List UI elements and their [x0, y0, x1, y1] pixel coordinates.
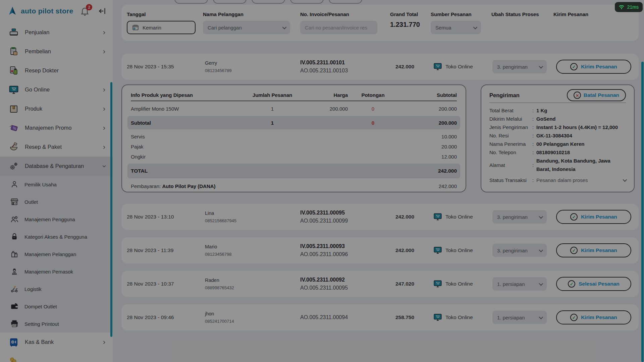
shipping-row: Nama Penerima:00 Pelanggan Keren — [489, 140, 626, 148]
sidebar-group-database-pengaturan: Database & Pengaturan › Pemilik Usaha Ou… — [0, 157, 113, 333]
sidebar-item-produk[interactable]: Produk › — [0, 99, 113, 118]
sidebar-item-dompet-outlet[interactable]: Dompet Outlet — [0, 298, 113, 315]
sidebar-item-setting-printout[interactable]: Setting Printout — [0, 315, 113, 333]
invoice-search-input[interactable] — [300, 21, 377, 34]
sidebar-item-penjualan[interactable]: Penjualan › — [0, 23, 113, 42]
person-icon — [10, 180, 19, 189]
status-proses-select[interactable]: 1. persiapan — [492, 311, 547, 324]
toolbar-pill[interactable] — [329, 0, 362, 4]
status-transaksi-row[interactable]: Status Transaksi : Pesanan dalam proses — [489, 177, 626, 183]
toko-online-icon — [433, 280, 442, 288]
sidebar-scrollbar[interactable] — [110, 82, 112, 337]
toolbar-pill[interactable] — [174, 0, 208, 4]
app-logo-icon — [7, 6, 17, 16]
check-circle-icon: ✓ — [570, 314, 578, 321]
supplier-icon — [10, 267, 19, 276]
status-transaksi-value: Pesanan dalam proses — [536, 177, 588, 183]
kirim-pesanan-button-highlighted[interactable]: ✓ Kirim Pesanan — [556, 310, 631, 324]
order-row[interactable]: 28 Nov 2023 - 11:39 Mario 08123456798 IV… — [121, 237, 639, 263]
sidebar-item-partial[interactable] — [0, 352, 113, 362]
sidebar-item-outlet[interactable]: Outlet — [0, 193, 113, 210]
selesai-pesanan-button[interactable]: ✓ Selesai Pesanan — [556, 277, 631, 291]
purchase-note-icon — [9, 47, 19, 57]
sidebar-item-manajemen-pelanggan[interactable]: Manajemen Pelanggan — [0, 245, 113, 263]
cash-register-icon — [9, 27, 19, 38]
chevron-down-icon — [282, 25, 287, 29]
order-row[interactable]: 28 Nov 2023 - 15:35 Gerry 08123456789 IV… — [121, 54, 639, 80]
payment-label: Pembayaran: — [131, 183, 162, 189]
printer-icon — [10, 319, 19, 328]
status-proses-select[interactable]: 3. pengiriman — [492, 210, 547, 224]
product-row: Amplifier Mono 150W 1 200.000 0 200.000 — [131, 101, 457, 116]
payment-value: 242.000 — [439, 183, 457, 189]
chevron-down-icon: › — [100, 165, 108, 167]
check-circle-icon: ✓ — [570, 247, 578, 254]
detail-col-discount: Potongan — [348, 92, 398, 98]
toko-online-icon — [433, 62, 442, 71]
grand-total-value: 1.231.770 — [390, 21, 420, 28]
delivery-scooter-icon — [10, 285, 19, 293]
fee-row: Servis 10.000 — [131, 131, 457, 141]
chevron-down-icon — [539, 281, 543, 286]
sidebar-item-kategori-akses-pengguna[interactable]: Kategori Akses & Pengguna — [0, 228, 113, 245]
chevron-down-icon — [539, 64, 543, 68]
status-proses-select[interactable]: 3. pengiriman — [492, 60, 547, 73]
kirim-pesanan-column-label: Kirim Pesanan — [553, 11, 588, 17]
main-content: Tanggal Kemarin Nama Pelanggan Cari pela… — [113, 0, 644, 362]
filters-bar: Tanggal Kemarin Nama Pelanggan Cari pela… — [121, 5, 639, 41]
tanggal-label: Tanggal — [127, 11, 196, 17]
main-scrollbar[interactable] — [641, 62, 644, 362]
customer-phone: 08123456789 — [205, 68, 232, 73]
order-detail-card: Info Produk yang Dipesan Jumlah Pesanan … — [121, 84, 466, 192]
chevron-right-icon: › — [103, 124, 105, 132]
divider — [489, 103, 626, 103]
order-row[interactable]: 28 Nov 2023 - 10:37 Raden 088998765432 I… — [121, 271, 639, 297]
sidebar-item-manajemen-pengguna[interactable]: Manajemen Pengguna — [0, 210, 113, 228]
sidebar-item-resep-paket[interactable]: Resep & Paket › — [0, 137, 113, 157]
prescription-icon — [9, 66, 19, 76]
toolbar-pill[interactable] — [252, 0, 285, 4]
sidebar-item-pemilik-usaha[interactable]: Pemilik Usaha — [0, 176, 113, 193]
toolbar-pill[interactable] — [213, 0, 247, 4]
online-store-icon — [9, 85, 19, 95]
sidebar-item-kas-bank[interactable]: Kas & Bank › — [0, 333, 113, 352]
sumber-pesanan-select[interactable]: Semua — [431, 21, 481, 34]
no-invoice-label: No. Invoice/Pesanan — [300, 11, 377, 17]
sidebar-item-logistik[interactable]: Logistik — [0, 280, 113, 298]
status-proses-select[interactable]: 3. pengiriman — [492, 244, 547, 257]
order-row[interactable]: 28 Nov 2023 - 13:10 Lina 0852156687945 I… — [121, 204, 639, 230]
sidebar-item-pembelian[interactable]: Pembelian › — [0, 42, 113, 61]
chevron-down-icon — [539, 214, 543, 219]
order-total: 242.000 — [371, 64, 414, 70]
gears-icon — [9, 161, 19, 171]
status-proses-select[interactable]: 1. persiapan — [492, 277, 547, 291]
kirim-pesanan-button[interactable]: ✓ Kirim Pesanan — [556, 210, 631, 224]
product-box-icon — [9, 104, 19, 114]
sidebar-item-manajemen-promo[interactable]: % Manajemen Promo › — [0, 118, 113, 137]
subtotal-row: Subtotal 1 0 200.000 — [127, 116, 460, 129]
chevron-right-icon: › — [103, 143, 105, 151]
cari-pelanggan-select[interactable]: Cari pelanggan — [203, 21, 290, 34]
sidebar-item-resep-dokter[interactable]: Resep Dokter — [0, 61, 113, 80]
collapse-sidebar-icon[interactable] — [98, 7, 107, 15]
order-number: AO.005.2311.00103 — [300, 68, 348, 74]
chevron-down-icon — [539, 248, 543, 252]
chevron-right-icon: › — [103, 339, 105, 346]
sidebar-item-manajemen-pemasok[interactable]: Manajemen Pemasok — [0, 263, 113, 280]
fee-row: Pajak 20.000 — [131, 141, 457, 152]
toolbar-pill[interactable] — [290, 0, 324, 4]
kirim-pesanan-button[interactable]: ✓ Kirim Pesanan — [556, 243, 631, 257]
app-screen: auto pilot store 2 Penjualan › Pem — [0, 0, 644, 362]
mortar-pestle-icon — [9, 142, 19, 152]
notifications-bell-icon[interactable]: 2 — [80, 6, 90, 16]
sidebar: auto pilot store 2 Penjualan › Pem — [0, 0, 113, 362]
tanggal-filter-input[interactable]: Kemarin — [127, 21, 196, 34]
chevron-right-icon: › — [103, 48, 105, 55]
order-row[interactable]: 28 Nov 2023 - 09:46 jhon 085241700714 AO… — [121, 304, 639, 330]
sidebar-item-go-online[interactable]: Go Online › — [0, 80, 113, 99]
sidebar-item-database-pengaturan[interactable]: Database & Pengaturan › — [0, 157, 113, 176]
kirim-pesanan-button[interactable]: ✓ Kirim Pesanan — [556, 60, 631, 74]
toko-online-icon — [433, 213, 442, 221]
batal-pesanan-button[interactable]: × Batal Pesanan — [567, 89, 626, 101]
detail-col-price: Harga — [298, 92, 348, 98]
